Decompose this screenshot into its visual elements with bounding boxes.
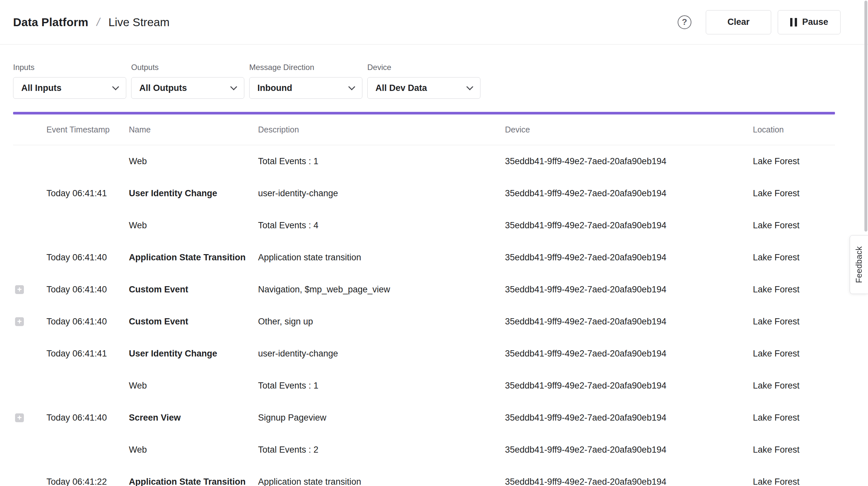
event-device-cell: 35eddb41-9ff9-49e2-7aed-20afa90eb194: [505, 316, 753, 327]
pause-button-label: Pause: [802, 17, 829, 27]
column-event-timestamp: Event Timestamp: [46, 125, 129, 134]
column-description: Description: [258, 125, 505, 134]
expand-row-icon[interactable]: +: [15, 317, 24, 326]
breadcrumb-section[interactable]: Data Platform: [13, 16, 88, 29]
event-location-cell: Lake Forest: [753, 348, 835, 359]
table-row[interactable]: + Today 06:41:41 User Identity Change us…: [13, 177, 835, 209]
table-row[interactable]: + Today 06:41:40 Application State Trans…: [13, 241, 835, 273]
pause-icon: [790, 18, 797, 27]
outputs-dropdown[interactable]: All Outputs: [131, 77, 244, 99]
event-device-cell: 35eddb41-9ff9-49e2-7aed-20afa90eb194: [505, 284, 753, 295]
event-location-cell: Lake Forest: [753, 156, 835, 166]
event-name-cell: User Identity Change: [129, 348, 258, 359]
header-actions: ? Clear Pause: [678, 10, 840, 34]
inputs-dropdown-value: All Inputs: [21, 83, 61, 93]
event-location-cell: Lake Forest: [753, 188, 835, 199]
column-location: Location: [753, 125, 835, 134]
event-location-cell: Lake Forest: [753, 252, 835, 263]
table-row[interactable]: + Web Total Events : 2 35eddb41-9ff9-49e…: [13, 434, 835, 466]
event-timestamp-cell: Today 06:41:40: [46, 284, 129, 295]
event-device-cell: 35eddb41-9ff9-49e2-7aed-20afa90eb194: [505, 252, 753, 263]
table-row[interactable]: + Today 06:41:40 Screen View Signup Page…: [13, 402, 835, 434]
breadcrumb-separator: /: [95, 16, 101, 28]
event-description-cell: Application state transition: [258, 252, 505, 263]
event-description-cell: user-identity-change: [258, 348, 505, 359]
filter-outputs: Outputs All Outputs: [131, 63, 244, 99]
event-location-cell: Lake Forest: [753, 284, 835, 295]
event-description-cell: Total Events : 1: [258, 381, 505, 391]
message-direction-dropdown[interactable]: Inbound: [249, 77, 362, 99]
app-header: Data Platform / Live Stream ? Clear Paus…: [0, 0, 868, 44]
feedback-tab[interactable]: Feedback: [850, 235, 868, 294]
table-header-row: Event Timestamp Name Description Device …: [13, 115, 835, 145]
filter-device: Device All Dev Data: [367, 63, 480, 99]
event-device-cell: 35eddb41-9ff9-49e2-7aed-20afa90eb194: [505, 477, 753, 486]
event-location-cell: Lake Forest: [753, 381, 835, 391]
event-device-cell: 35eddb41-9ff9-49e2-7aed-20afa90eb194: [505, 220, 753, 231]
column-name: Name: [129, 125, 258, 134]
filter-outputs-label: Outputs: [131, 63, 244, 72]
chevron-down-icon: [348, 83, 355, 90]
message-direction-dropdown-value: Inbound: [257, 83, 292, 93]
event-location-cell: Lake Forest: [753, 413, 835, 423]
device-dropdown-value: All Dev Data: [375, 83, 427, 93]
device-dropdown[interactable]: All Dev Data: [367, 77, 480, 99]
page-title: Live Stream: [108, 16, 170, 29]
column-device: Device: [505, 125, 753, 134]
table-row[interactable]: + Web Total Events : 1 35eddb41-9ff9-49e…: [13, 370, 835, 402]
event-name-cell: User Identity Change: [129, 188, 258, 199]
event-description-cell: Total Events : 1: [258, 156, 505, 166]
clear-button[interactable]: Clear: [706, 10, 771, 34]
event-name-cell: Custom Event: [129, 284, 258, 295]
filter-message-direction-label: Message Direction: [249, 63, 362, 72]
outputs-dropdown-value: All Outputs: [139, 83, 187, 93]
table-row[interactable]: + Today 06:41:41 User Identity Change us…: [13, 337, 835, 370]
event-name-cell: Web: [129, 156, 258, 166]
table-row[interactable]: + Today 06:41:40 Custom Event Other, sig…: [13, 305, 835, 337]
filter-message-direction: Message Direction Inbound: [249, 63, 362, 99]
event-location-cell: Lake Forest: [753, 220, 835, 231]
expand-row-icon[interactable]: +: [15, 285, 24, 294]
pause-button[interactable]: Pause: [778, 10, 840, 34]
table-row[interactable]: + Web Total Events : 1 35eddb41-9ff9-49e…: [13, 145, 835, 177]
table-row[interactable]: + Today 06:41:22 Application State Trans…: [13, 466, 835, 486]
chevron-down-icon: [230, 83, 237, 90]
event-timestamp-cell: Today 06:41:22: [46, 477, 129, 486]
breadcrumb: Data Platform / Live Stream: [13, 16, 169, 29]
event-device-cell: 35eddb41-9ff9-49e2-7aed-20afa90eb194: [505, 188, 753, 199]
event-timestamp-cell: Today 06:41:40: [46, 252, 129, 263]
vertical-scrollbar[interactable]: [864, 1, 867, 232]
event-device-cell: 35eddb41-9ff9-49e2-7aed-20afa90eb194: [505, 348, 753, 359]
event-description-cell: Application state transition: [258, 477, 505, 486]
inputs-dropdown[interactable]: All Inputs: [13, 77, 126, 99]
event-name-cell: Custom Event: [129, 316, 258, 327]
event-description-cell: Total Events : 4: [258, 220, 505, 231]
help-icon[interactable]: ?: [678, 16, 691, 29]
event-description-cell: Navigation, $mp_web_page_view: [258, 284, 505, 295]
event-timestamp-cell: Today 06:41:41: [46, 188, 129, 199]
table-row[interactable]: + Today 06:41:40 Custom Event Navigation…: [13, 273, 835, 305]
accent-divider: [13, 112, 835, 115]
event-description-cell: Signup Pageview: [258, 413, 505, 423]
event-location-cell: Lake Forest: [753, 445, 835, 455]
header-button-group: Clear Pause: [706, 10, 840, 34]
event-name-cell: Application State Transition: [129, 477, 258, 486]
chevron-down-icon: [112, 83, 119, 90]
table-row[interactable]: + Web Total Events : 4 35eddb41-9ff9-49e…: [13, 209, 835, 241]
expand-row-icon[interactable]: +: [15, 414, 24, 422]
table-body: + Web Total Events : 1 35eddb41-9ff9-49e…: [13, 145, 835, 486]
event-timestamp-cell: Today 06:41:41: [46, 348, 129, 359]
event-device-cell: 35eddb41-9ff9-49e2-7aed-20afa90eb194: [505, 445, 753, 455]
event-device-cell: 35eddb41-9ff9-49e2-7aed-20afa90eb194: [505, 156, 753, 166]
event-description-cell: Other, sign up: [258, 316, 505, 327]
event-name-cell: Application State Transition: [129, 252, 258, 263]
event-timestamp-cell: Today 06:41:40: [46, 316, 129, 327]
event-timestamp-cell: Today 06:41:40: [46, 413, 129, 423]
event-name-cell: Web: [129, 445, 258, 455]
event-description-cell: Total Events : 2: [258, 445, 505, 455]
event-name-cell: Screen View: [129, 413, 258, 423]
event-description-cell: user-identity-change: [258, 188, 505, 199]
filter-inputs: Inputs All Inputs: [13, 63, 126, 99]
event-device-cell: 35eddb41-9ff9-49e2-7aed-20afa90eb194: [505, 381, 753, 391]
filter-bar: Inputs All Inputs Outputs All Outputs Me…: [13, 63, 868, 99]
